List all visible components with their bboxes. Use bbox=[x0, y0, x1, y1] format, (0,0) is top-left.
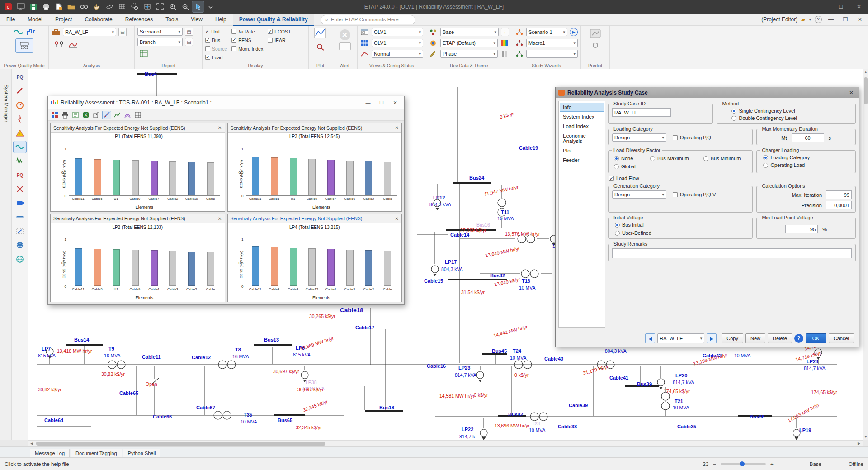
method-option-single-contingency-level[interactable]: Single Contingency Level bbox=[731, 108, 852, 114]
dialog-nav-load-index[interactable]: Load Index bbox=[560, 122, 604, 131]
battery-icon[interactable] bbox=[14, 197, 26, 209]
zoom-in-icon[interactable] bbox=[167, 1, 179, 12]
find-icon[interactable] bbox=[78, 1, 90, 12]
display-check-eens[interactable]: EENS bbox=[231, 36, 263, 44]
menu-item-power-quality-reliability[interactable]: Power Quality & Reliability bbox=[233, 14, 314, 26]
edit-pencil-icon[interactable] bbox=[14, 85, 26, 97]
load-diversity-option-bus-minimum[interactable]: Bus Minimum bbox=[703, 156, 749, 161]
horizontal-scroll-thumb[interactable] bbox=[36, 442, 326, 446]
ruler-icon[interactable] bbox=[104, 1, 115, 12]
mdi-minimize-button[interactable]: — bbox=[826, 16, 836, 23]
rev-more-button[interactable]: ⋮ bbox=[501, 28, 509, 36]
zoom-slider-knob[interactable] bbox=[740, 461, 745, 466]
load-diversity-option-none[interactable]: None bbox=[614, 156, 644, 161]
alert-view-button[interactable] bbox=[339, 42, 351, 50]
display-check-load[interactable]: Load bbox=[205, 53, 227, 61]
display-check--a-rate[interactable]: λa Rate bbox=[231, 28, 263, 35]
dialog-nav-info[interactable]: Info bbox=[560, 103, 604, 112]
dialog-close-icon[interactable]: ✕ bbox=[847, 90, 856, 96]
pq-meter-icon[interactable]: PQ bbox=[14, 169, 26, 181]
waveform-icon[interactable] bbox=[14, 155, 26, 167]
report-branch-button[interactable]: ▤ bbox=[185, 38, 193, 46]
system-manager-rail[interactable]: System Manager bbox=[0, 69, 12, 440]
chart-window-titlebar[interactable]: Reliability Assessment : TCS-RA-091 : RA… bbox=[48, 96, 404, 109]
sequence-dropdown[interactable]: ▾ bbox=[526, 50, 578, 58]
rev-data-dropdown[interactable]: Base▾ bbox=[440, 28, 499, 36]
prev-study-case-button[interactable]: ◀ bbox=[645, 333, 655, 343]
max-momentary-input[interactable]: 60 bbox=[792, 133, 824, 142]
run-wizard-icon[interactable]: ▶ bbox=[570, 28, 578, 36]
save-icon[interactable] bbox=[28, 1, 39, 12]
etap-logo-icon[interactable]: e bbox=[2, 1, 14, 12]
pan-icon[interactable] bbox=[91, 1, 103, 12]
chart-panel-close-icon[interactable]: ✕ bbox=[395, 125, 399, 130]
min-load-voltage-input[interactable]: 95 bbox=[785, 225, 818, 233]
menu-item-model[interactable]: Model bbox=[21, 14, 49, 26]
minimize-button[interactable]: — bbox=[814, 0, 832, 14]
dialog-titlebar[interactable]: Reliability Analysis Study Case ✕ bbox=[556, 87, 859, 98]
ra-curves-icon[interactable] bbox=[68, 40, 77, 49]
precision-input[interactable]: 0,0001 bbox=[826, 201, 852, 209]
next-study-case-button[interactable]: ▶ bbox=[707, 333, 717, 343]
dialog-nav-plot[interactable]: Plot bbox=[560, 146, 604, 155]
snap-grid-icon[interactable] bbox=[142, 1, 153, 12]
zoom-out-button[interactable]: − bbox=[713, 461, 716, 467]
open-folder-icon[interactable] bbox=[66, 1, 77, 12]
phase-dropdown[interactable]: Phase▾ bbox=[440, 50, 498, 58]
pq-wave-icon[interactable] bbox=[14, 28, 23, 37]
rainbow-theme-icon[interactable] bbox=[500, 38, 509, 47]
report-scenario-dropdown[interactable]: Scenario1▾ bbox=[137, 28, 183, 36]
scroll-up-icon[interactable]: ▲ bbox=[863, 69, 868, 76]
reliability-assessment-window[interactable]: Reliability Assessment : TCS-RA-091 : RA… bbox=[47, 96, 405, 305]
mdi-close-button[interactable]: ✕ bbox=[854, 16, 865, 23]
chart-window-minimize-icon[interactable]: — bbox=[362, 98, 374, 108]
menu-item-file[interactable]: File bbox=[0, 14, 21, 26]
report-manager-icon[interactable] bbox=[71, 111, 80, 119]
menu-item-view[interactable]: View bbox=[184, 14, 209, 26]
gauge-icon[interactable] bbox=[14, 99, 26, 111]
excel-icon[interactable]: X bbox=[81, 111, 90, 119]
scroll-right-icon[interactable]: ▶ bbox=[855, 441, 863, 447]
display-check-unit[interactable]: ✓Unit bbox=[205, 28, 227, 35]
raceway-icon[interactable] bbox=[14, 225, 26, 237]
menu-item-help[interactable]: Help bbox=[209, 14, 233, 26]
close-button[interactable]: ✕ bbox=[850, 0, 868, 14]
theme-palette-icon[interactable]: ▰ bbox=[801, 16, 805, 23]
predict-icon[interactable] bbox=[590, 28, 601, 40]
ok-button[interactable]: OK bbox=[806, 333, 826, 343]
theme-dropdown[interactable]: ETAP (Default)▾ bbox=[440, 39, 498, 47]
print-icon[interactable] bbox=[40, 1, 52, 12]
band-plot-icon[interactable] bbox=[123, 111, 132, 119]
export-icon[interactable] bbox=[92, 111, 101, 119]
display-check-source[interactable]: Source bbox=[205, 45, 227, 52]
loading-category-dropdown[interactable]: Design▾ bbox=[612, 133, 666, 142]
operating-pqv-checkbox[interactable]: Operating P,Q,V bbox=[673, 192, 716, 197]
pointer-tool-icon[interactable] bbox=[192, 1, 204, 12]
menu-item-references[interactable]: References bbox=[119, 14, 159, 26]
chart-panel-close-icon[interactable]: ✕ bbox=[395, 216, 399, 221]
initial-voltage-option-user-defined[interactable]: User-Defined bbox=[615, 230, 749, 236]
zoom-window-icon[interactable] bbox=[129, 1, 141, 12]
cancel-button[interactable]: Cancel bbox=[829, 333, 854, 343]
chevron-down-icon[interactable]: ▾ bbox=[809, 17, 811, 22]
study-case-dropdown[interactable]: RA_W_LF▾ bbox=[63, 28, 116, 36]
study-case-selector[interactable]: RA_W_LF▾ bbox=[657, 333, 704, 343]
scroll-down-icon[interactable]: ▼ bbox=[863, 434, 868, 440]
report-branch-dropdown[interactable]: Branch▾ bbox=[137, 38, 183, 46]
bottom-tab-message-log[interactable]: Message Log bbox=[30, 449, 70, 457]
column-theme-icon[interactable] bbox=[500, 49, 509, 58]
reliability-cut-icon[interactable] bbox=[14, 183, 26, 195]
cable-icon[interactable] bbox=[14, 211, 26, 223]
zoom-out-icon[interactable] bbox=[179, 1, 191, 12]
bottom-tab-document-tagging[interactable]: Document Tagging bbox=[71, 449, 122, 457]
dialog-help-button[interactable]: ? bbox=[794, 334, 803, 343]
arc-flash-icon[interactable] bbox=[14, 113, 26, 125]
dialog-nav-economic-analysis[interactable]: Economic Analysis bbox=[560, 131, 604, 146]
vertical-scrollbar[interactable]: ▲ ▼ bbox=[863, 69, 868, 440]
menu-item-tools[interactable]: Tools bbox=[159, 14, 184, 26]
charger-loading-option-loading-category[interactable]: Loading Category bbox=[763, 155, 852, 160]
scroll-left-icon[interactable]: ◀ bbox=[28, 441, 35, 447]
generation-category-dropdown[interactable]: Design▾ bbox=[612, 190, 666, 199]
monitor-icon[interactable] bbox=[15, 1, 27, 12]
dialog-nav-feeder[interactable]: Feeder bbox=[560, 156, 604, 165]
